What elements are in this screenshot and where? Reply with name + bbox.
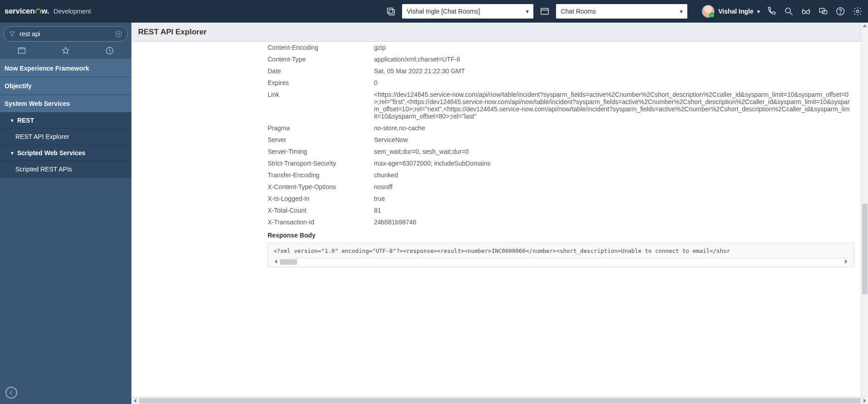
chat-icon[interactable]	[817, 5, 829, 17]
header-name: Strict-Transport-Security	[132, 160, 374, 167]
header-row: Server-Timingsem_wait;dur=0, sesh_wait;d…	[132, 146, 868, 157]
filter-icon	[9, 30, 16, 38]
header-value: ServiceNow	[374, 136, 868, 143]
header-row: X-Content-Type-Optionsnosniff	[132, 181, 868, 193]
search-icon[interactable]	[783, 5, 795, 17]
header-row: Content-Typeapplication/xml;charset=UTF-…	[132, 53, 868, 65]
header-name: Link	[132, 91, 374, 120]
app-system-web-services[interactable]: System Web Services	[0, 95, 131, 113]
module-scripted-rest-apis[interactable]: Scripted REST APIs	[0, 161, 131, 178]
header-value: no-store,no-cache	[374, 124, 868, 132]
svg-point-11	[840, 13, 840, 14]
header-name: Transfer-Encoding	[132, 171, 374, 179]
tab-all-applications[interactable]	[8, 46, 35, 57]
chevron-down-icon: ▾	[757, 8, 760, 15]
update-set-picker[interactable]: Vishal Ingle [Chat Rooms] ▾	[402, 4, 533, 19]
update-set-icon[interactable]	[385, 5, 397, 17]
svg-rect-1	[389, 10, 395, 15]
header-name: X-Content-Type-Options	[132, 183, 374, 190]
user-menu[interactable]: Vishal Ingle ▾	[702, 5, 760, 18]
application-scope-icon[interactable]	[539, 5, 551, 17]
chevron-down-icon: ▾	[526, 8, 529, 15]
gear-icon[interactable]	[852, 5, 863, 17]
module-rest-api-explorer[interactable]: REST API Explorer	[0, 128, 131, 145]
glasses-icon[interactable]	[800, 5, 812, 17]
header-value: Sat, 05 Mar 2022 21:22:30 GMT	[374, 67, 868, 75]
header-name: X-Total-Count	[132, 207, 374, 214]
module-group-rest[interactable]: ▼ REST	[0, 113, 131, 128]
header-value: gzip	[374, 44, 868, 51]
header-value: application/xml;charset=UTF-8	[374, 56, 868, 63]
header-value: 81	[374, 207, 868, 214]
main-frame: REST API Explorer Content-EncodinggzipCo…	[131, 23, 868, 404]
header-name: Content-Encoding	[132, 44, 374, 51]
product-logo[interactable]: servicenw. Development	[5, 7, 91, 16]
header-name: Expires	[132, 79, 374, 86]
global-banner: servicenw. Development Vishal Ingle [Cha…	[0, 0, 868, 23]
clear-filter-icon[interactable]	[115, 30, 123, 38]
phone-icon[interactable]	[766, 5, 777, 17]
header-row: DateSat, 05 Mar 2022 21:22:30 GMT	[132, 65, 868, 77]
help-icon[interactable]	[834, 5, 846, 17]
header-row: Link<https://dev124645.service-now.com/a…	[132, 89, 868, 122]
header-row: Transfer-Encodingchunked	[132, 169, 868, 181]
app-objectify[interactable]: Objectify	[0, 77, 131, 95]
header-value: <https://dev124645.service-now.com/api/n…	[374, 91, 868, 120]
svg-rect-2	[541, 9, 549, 14]
module-group-label: REST	[17, 117, 34, 124]
response-body-text: <?xml version="1.0" encoding="UTF-8"?><r…	[273, 247, 730, 254]
header-row: X-Transaction-Id24b581b98746	[132, 216, 868, 228]
caret-down-icon: ▼	[10, 151, 14, 156]
header-row: X-Is-Logged-Intrue	[132, 193, 868, 204]
svg-rect-16	[19, 49, 25, 53]
picker-value: Chat Rooms	[561, 8, 596, 15]
caret-down-icon: ▼	[10, 118, 14, 123]
module-group-scripted-web-services[interactable]: ▼ Scripted Web Services	[0, 145, 131, 161]
header-name: Pragma	[132, 124, 374, 132]
tab-favorites[interactable]	[52, 46, 79, 57]
header-value: nosniff	[374, 183, 868, 190]
user-name: Vishal Ingle	[718, 8, 753, 15]
header-value: sem_wait;dur=0, sesh_wait;dur=0	[374, 148, 868, 155]
content-area[interactable]: Content-EncodinggzipContent-Typeapplicat…	[132, 42, 868, 397]
code-horizontal-scrollbar[interactable]	[273, 258, 849, 265]
collapse-navigator-button[interactable]	[5, 387, 17, 399]
app-now-experience-framework[interactable]: Now Experience Framework	[0, 60, 131, 77]
response-body-box[interactable]: <?xml version="1.0" encoding="UTF-8"?><r…	[268, 242, 854, 267]
navigator-list[interactable]: Now Experience Framework Objectify Syste…	[0, 60, 131, 404]
header-value: 24b581b98746	[374, 219, 868, 226]
navigator-sidebar: Now Experience Framework Objectify Syste…	[0, 23, 131, 404]
filter-input[interactable]	[19, 30, 111, 38]
header-row: Expires0	[132, 77, 868, 89]
response-body-label: Response Body	[132, 232, 868, 239]
header-value: max-age=63072000; includeSubDomains	[374, 160, 868, 167]
svg-point-4	[786, 8, 791, 13]
page-title: REST API Explorer	[132, 23, 868, 42]
svg-point-12	[856, 10, 859, 13]
application-scope-picker[interactable]: Chat Rooms ▾	[556, 4, 687, 19]
tab-history[interactable]	[96, 46, 123, 57]
response-headers-table: Content-EncodinggzipContent-Typeapplicat…	[132, 42, 868, 228]
header-name: Date	[132, 67, 374, 75]
header-value: true	[374, 195, 868, 202]
header-value: 0	[374, 79, 868, 86]
picker-value: Vishal Ingle [Chat Rooms]	[407, 8, 480, 15]
avatar	[702, 5, 715, 18]
header-row: ServerServiceNow	[132, 134, 868, 146]
navigator-filter[interactable]	[4, 26, 128, 42]
svg-line-5	[790, 13, 793, 15]
header-row: Strict-Transport-Securitymax-age=6307200…	[132, 157, 868, 169]
header-value: chunked	[374, 171, 868, 179]
header-row: X-Total-Count81	[132, 204, 868, 216]
header-name: Server-Timing	[132, 148, 374, 155]
module-group-label: Scripted Web Services	[17, 149, 86, 157]
header-name: X-Transaction-Id	[132, 219, 374, 226]
header-name: Server	[132, 136, 374, 143]
header-row: Pragmano-store,no-cache	[132, 122, 868, 134]
header-name: X-Is-Logged-In	[132, 195, 374, 202]
header-name: Content-Type	[132, 56, 374, 63]
header-row: Content-Encodinggzip	[132, 42, 868, 53]
chevron-down-icon: ▾	[680, 8, 683, 15]
logo-mark: servicenw.	[5, 7, 49, 16]
horizontal-scrollbar[interactable]	[132, 397, 868, 404]
